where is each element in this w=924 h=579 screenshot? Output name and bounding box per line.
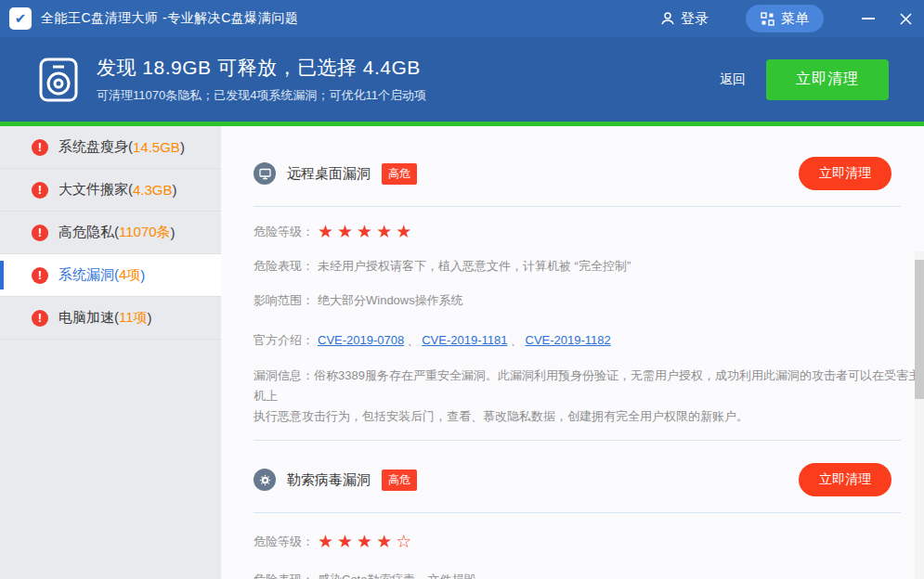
summary-subtitle: 可清理11070条隐私；已发现4项系统漏洞；可优化11个启动项 — [97, 87, 720, 104]
star-filled-icon: ★ — [396, 222, 415, 241]
scope-value: 绝大部分Windows操作系统 — [318, 291, 463, 310]
summary-banner: 发现 18.9GB 可释放，已选择 4.4GB 可清理11070条隐私；已发现4… — [0, 37, 924, 122]
cve-link-0[interactable]: CVE-2019-0708 — [318, 333, 404, 347]
star-filled-icon: ★ — [337, 222, 357, 241]
sidebar-item-label-close: ) — [140, 267, 145, 283]
scrollbar-thumb[interactable] — [915, 260, 924, 399]
minimize-icon — [862, 18, 875, 19]
content-panel: 远程桌面漏洞 高危 立即清理 危险等级： ★★★★★ 危险表现： 未经用户授权请… — [221, 126, 924, 579]
close-icon — [900, 13, 912, 25]
star-filled-icon: ★ — [318, 532, 337, 551]
menu-button[interactable]: 菜单 — [746, 5, 824, 32]
alert-icon: ! — [32, 225, 48, 241]
risk-behavior-label: 危险表现： — [254, 257, 314, 276]
sidebar-item-label-close: ) — [180, 139, 185, 155]
title-bar: ✔ 全能王C盘清理大师 -专业解决C盘爆满问题 登录 菜单 — [0, 0, 924, 37]
active-indicator — [0, 261, 4, 290]
risk-level-label: 危险等级： — [254, 223, 314, 241]
divider — [254, 512, 901, 513]
risk-badge: 高危 — [382, 163, 417, 185]
app-title: 全能王C盘清理大师 -专业解决C盘爆满问题 — [41, 10, 298, 27]
alert-icon: ! — [32, 139, 48, 156]
monitor-icon — [254, 162, 276, 185]
sidebar-item-2[interactable]: !高危隐私(11070条) — [0, 212, 221, 254]
sidebar: !系统盘瘦身(14.5GB)!大文件搬家(4.3GB)!高危隐私(11070条)… — [0, 126, 221, 579]
summary-text: 发现 18.9GB 可释放，已选择 4.4GB 可清理11070条隐私；已发现4… — [97, 55, 720, 104]
close-button[interactable] — [887, 0, 924, 37]
sidebar-item-label: 大文件搬家( — [59, 181, 133, 199]
scope-row: 影响范围： 绝大部分Windows操作系统 — [254, 291, 901, 310]
sidebar-item-label-close: ) — [148, 310, 152, 326]
risk-level-label: 危险等级： — [254, 533, 314, 551]
star-rating: ★★★★☆ — [318, 533, 415, 550]
link-separator: 、 — [407, 333, 419, 347]
risk-behavior-value: 未经用户授权请客下，植入恶意文件，计算机被 “完全控制” — [318, 257, 631, 276]
star-filled-icon: ★ — [357, 222, 376, 241]
divider — [254, 206, 901, 207]
hard-drive-icon — [35, 57, 82, 103]
cve-link-2[interactable]: CVE-2019-1182 — [526, 333, 611, 347]
vuln-info-value: 俗称3389服务存在严重安全漏洞。此漏洞利用预身份验证，无需用户授权，成功利用此… — [254, 368, 920, 423]
summary-title: 发现 18.9GB 可释放，已选择 4.4GB — [97, 55, 720, 81]
star-filled-icon: ★ — [318, 222, 337, 241]
scope-label: 影响范围： — [254, 291, 314, 310]
sidebar-item-label: 电脑加速( — [59, 309, 119, 327]
star-filled-icon: ★ — [357, 532, 376, 551]
sidebar-item-3[interactable]: !系统漏洞(4项) — [0, 254, 221, 297]
vuln-title: 勒索病毒漏洞 — [287, 471, 371, 489]
grid-menu-icon — [761, 12, 774, 26]
clean-vuln-button[interactable]: 立即清理 — [799, 157, 891, 190]
scrollbar-track[interactable] — [915, 251, 924, 579]
official-row: 官方介绍： CVE-2019-0708、CVE-2019-1181、CVE-20… — [254, 331, 901, 350]
sidebar-item-count: 11070条 — [119, 224, 171, 241]
risk-behavior-row: 危险表现： 未经用户授权请客下，植入恶意文件，计算机被 “完全控制” — [254, 257, 901, 276]
star-filled-icon: ★ — [337, 532, 357, 551]
clean-vuln-button[interactable]: 立即清理 — [799, 463, 891, 496]
sidebar-item-label: 高危隐私( — [59, 224, 119, 241]
sidebar-item-label-close: ) — [173, 182, 177, 198]
gear-icon — [254, 469, 276, 491]
star-filled-icon: ★ — [376, 532, 396, 551]
risk-behavior-row: 危险表现： 感染Cote勒索病毒，文件损毁 — [254, 571, 901, 579]
cve-link-list: CVE-2019-0708、CVE-2019-1181、CVE-2019-118… — [318, 331, 611, 350]
login-label: 登录 — [681, 10, 709, 28]
sidebar-item-1[interactable]: !大文件搬家(4.3GB) — [0, 169, 221, 212]
divider — [254, 440, 901, 441]
vuln-info-label: 漏洞信息： — [254, 368, 314, 382]
sidebar-item-count: 4.3GB — [133, 182, 173, 198]
back-button[interactable]: 返回 — [720, 71, 746, 88]
star-empty-icon: ☆ — [396, 532, 415, 551]
sidebar-item-0[interactable]: !系统盘瘦身(14.5GB) — [0, 126, 221, 169]
sidebar-item-count: 11项 — [119, 309, 148, 327]
risk-behavior-value: 感染Cote勒索病毒，文件损毁 — [318, 571, 475, 579]
official-label: 官方介绍： — [254, 331, 314, 350]
main-area: !系统盘瘦身(14.5GB)!大文件搬家(4.3GB)!高危隐私(11070条)… — [0, 126, 924, 579]
sidebar-item-label-close: ) — [171, 225, 176, 240]
minimize-button[interactable] — [850, 0, 887, 37]
alert-icon: ! — [32, 182, 48, 199]
alert-icon: ! — [32, 267, 48, 284]
risk-level-row: 危险等级： ★★★★☆ — [254, 533, 901, 551]
star-rating: ★★★★★ — [318, 223, 415, 240]
vuln-info-paragraph: 漏洞信息：俗称3389服务存在严重安全漏洞。此漏洞利用预身份验证，无需用户授权，… — [254, 366, 922, 427]
risk-badge: 高危 — [382, 470, 417, 491]
menu-label: 菜单 — [781, 10, 809, 28]
vuln-title: 远程桌面漏洞 — [287, 165, 371, 183]
risk-level-row: 危险等级： ★★★★★ — [254, 223, 901, 241]
sidebar-item-count: 14.5GB — [133, 139, 180, 155]
sidebar-item-count: 4项 — [119, 266, 140, 284]
clean-now-button[interactable]: 立即清理 — [766, 59, 889, 100]
sidebar-item-label: 系统盘瘦身( — [59, 138, 133, 156]
sidebar-item-label: 系统漏洞( — [59, 266, 119, 284]
star-filled-icon: ★ — [376, 222, 396, 241]
sidebar-item-4[interactable]: !电脑加速(11项) — [0, 297, 221, 340]
login-button[interactable]: 登录 — [660, 10, 709, 28]
vuln-card-header: 远程桌面漏洞 高危 立即清理 — [254, 157, 901, 190]
risk-behavior-label: 危险表现： — [254, 571, 314, 579]
cve-link-1[interactable]: CVE-2019-1181 — [422, 333, 507, 347]
user-icon — [660, 11, 675, 26]
vuln-card-header: 勒索病毒漏洞 高危 立即清理 — [254, 463, 901, 496]
link-separator: 、 — [511, 333, 523, 347]
alert-icon: ! — [32, 310, 48, 327]
app-logo-icon: ✔ — [9, 7, 32, 30]
